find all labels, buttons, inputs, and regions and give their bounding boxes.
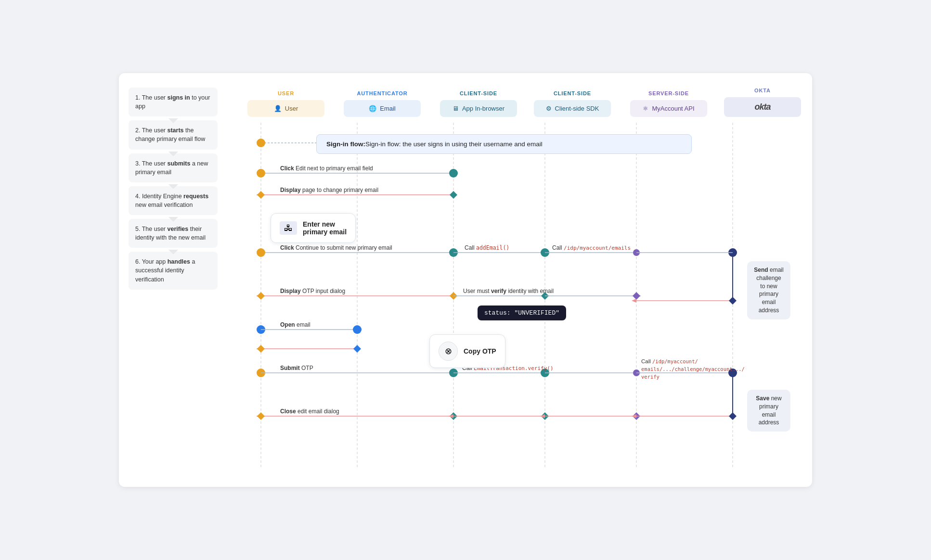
svg-marker-41	[632, 299, 636, 303]
svg-marker-50	[257, 345, 265, 353]
send-email-box: Send email challenge to new primary emai…	[747, 261, 790, 319]
step-6: 6. Your app handles a successful identit…	[129, 252, 218, 289]
copy-otp-box: ⊗ Copy OTP	[429, 334, 505, 368]
submit-otp-label: Submit OTP	[280, 365, 313, 371]
svg-marker-39	[633, 292, 640, 300]
copy-icon: ⊗	[439, 342, 458, 361]
enter-email-box: 🖧 Enter newprimary email	[271, 213, 356, 243]
col-label-client2: CLIENT-SIDE	[554, 90, 591, 96]
col-box-myaccount: ⚛ MyAccount API	[630, 100, 707, 117]
svg-marker-77	[257, 412, 265, 420]
col-box-user: 👤 User	[247, 100, 324, 117]
col-box-okta: okta	[724, 97, 801, 117]
svg-point-8	[257, 139, 265, 147]
display-otp-label: Display OTP input dialog	[280, 288, 345, 294]
step-5: 5. The user verifies their identity with…	[129, 219, 218, 248]
save-email-box: Save new primary email address	[747, 390, 790, 432]
svg-marker-33	[257, 292, 265, 300]
diagram-container: 1. The user signs in to your app 2. The …	[119, 73, 812, 487]
col-label-auth: AUTHENTICATOR	[357, 90, 407, 96]
click-edit-label: Click Edit next to primary email field	[280, 165, 373, 172]
svg-marker-42	[729, 297, 737, 305]
step-4: 4. Identity Engine requests new email ve…	[129, 186, 218, 215]
col-label-user: USER	[278, 90, 294, 96]
svg-point-46	[353, 325, 362, 334]
user-verify-label: User must verify identity with email	[463, 288, 554, 294]
flow-diagram-svg	[222, 123, 790, 469]
col-box-auth: 🌐 Email	[344, 100, 421, 117]
copy-otp-text: Copy OTP	[464, 347, 496, 355]
enter-email-text: Enter newprimary email	[303, 220, 347, 236]
col-box-app: 🖥 App In-browser	[440, 100, 517, 117]
svg-marker-16	[257, 191, 265, 199]
display-page-label: Display page to change primary email	[280, 187, 378, 193]
col-label-client1: CLIENT-SIDE	[460, 90, 497, 96]
sign-in-banner: Sign-in flow:Sign-in flow: the user sign…	[316, 134, 692, 154]
svg-point-20	[257, 248, 265, 257]
svg-point-12	[257, 169, 265, 178]
close-edit-label: Close edit email dialog	[280, 408, 339, 415]
diagram-main: USER 👤 User AUTHENTICATOR 🌐 Email CLIENT…	[222, 88, 802, 472]
click-continue-label: Click Continue to submit new primary ema…	[280, 244, 392, 251]
sidebar: 1. The user signs in to your app 2. The …	[129, 88, 222, 472]
step-3: 3. The user submits a new primary email	[129, 153, 218, 182]
step-2: 2. The user starts the change primary em…	[129, 120, 218, 149]
open-email-label: Open email	[280, 321, 310, 328]
email-form-icon: 🖧	[280, 221, 297, 235]
svg-point-11	[449, 169, 458, 178]
step-1: 1. The user signs in to your app	[129, 88, 218, 116]
call-idp-label: Call /idp/myaccount/emails	[552, 244, 631, 251]
call-idp-verify-label: Call /idp/myaccount/emails/.../challenge…	[641, 357, 716, 381]
svg-marker-15	[450, 191, 457, 199]
col-box-sdk: ⚙ Client-side SDK	[534, 100, 611, 117]
col-label-server: SERVER-SIDE	[648, 90, 689, 96]
call-add-email-label: Call addEmail()	[465, 244, 509, 251]
svg-marker-49	[353, 345, 361, 353]
svg-marker-76	[729, 412, 737, 420]
col-label-okta: OKTA	[754, 88, 771, 93]
status-unverified-badge: status: "UNVERIFIED"	[478, 305, 566, 320]
